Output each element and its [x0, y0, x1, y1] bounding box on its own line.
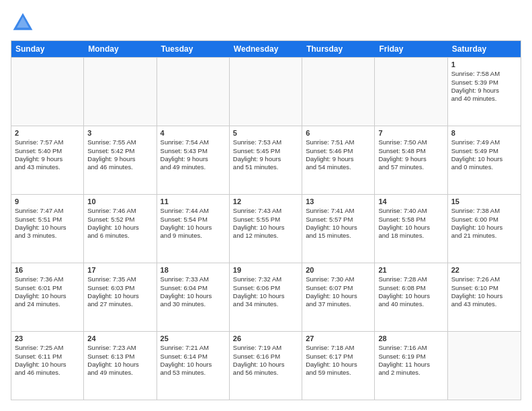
- day-info-line: Sunrise: 7:47 AM: [15, 207, 80, 215]
- day-info-line: Sunrise: 7:54 AM: [161, 138, 226, 146]
- day-cell-3: 3Sunrise: 7:55 AMSunset: 5:42 PMDaylight…: [84, 126, 157, 194]
- day-info-line: Sunrise: 7:26 AM: [451, 275, 517, 283]
- day-cell-12: 12Sunrise: 7:43 AMSunset: 5:55 PMDayligh…: [230, 195, 302, 263]
- day-cell-16: 16Sunrise: 7:36 AMSunset: 6:01 PMDayligh…: [11, 263, 84, 331]
- day-info-line: and 24 minutes.: [15, 300, 80, 308]
- day-info-line: Daylight: 10 hours: [451, 155, 517, 163]
- day-cell-5: 5Sunrise: 7:53 AMSunset: 5:45 PMDaylight…: [230, 126, 302, 194]
- day-info-line: Sunset: 6:11 PM: [15, 353, 80, 361]
- day-number: 25: [161, 334, 226, 343]
- day-info-line: Sunset: 5:57 PM: [306, 216, 371, 224]
- day-info-line: Sunrise: 7:32 AM: [233, 275, 298, 283]
- day-info-line: Sunrise: 7:43 AM: [233, 207, 298, 215]
- day-number: 18: [161, 265, 226, 275]
- day-info-line: Sunset: 6:06 PM: [233, 284, 298, 292]
- day-info-line: Sunset: 6:10 PM: [451, 284, 517, 292]
- day-info-line: Sunrise: 7:36 AM: [15, 275, 80, 283]
- day-info-line: Sunset: 5:49 PM: [451, 147, 517, 155]
- day-info-line: and 40 minutes.: [378, 300, 443, 308]
- day-info-line: and 18 minutes.: [378, 232, 443, 240]
- header-day-monday: Monday: [84, 41, 157, 57]
- day-cell-14: 14Sunrise: 7:40 AMSunset: 5:58 PMDayligh…: [375, 195, 447, 263]
- day-info-line: Sunrise: 7:53 AM: [233, 138, 298, 146]
- day-cell-10: 10Sunrise: 7:46 AMSunset: 5:52 PMDayligh…: [84, 195, 157, 263]
- day-info-line: Sunrise: 7:55 AM: [87, 138, 152, 146]
- day-info-line: and 0 minutes.: [451, 163, 517, 171]
- calendar-row-4: 23Sunrise: 7:25 AMSunset: 6:11 PMDayligh…: [11, 331, 521, 400]
- day-cell-23: 23Sunrise: 7:25 AMSunset: 6:11 PMDayligh…: [11, 332, 84, 400]
- day-info-line: Daylight: 10 hours: [306, 361, 371, 369]
- day-number: 5: [233, 128, 298, 138]
- day-info-line: Sunset: 6:04 PM: [161, 284, 226, 292]
- day-cell-1: 1Sunrise: 7:58 AMSunset: 5:39 PMDaylight…: [448, 58, 521, 126]
- day-info-line: Sunrise: 7:35 AM: [87, 275, 152, 283]
- day-number: 9: [15, 197, 80, 206]
- day-info-line: Sunset: 5:51 PM: [15, 216, 80, 224]
- day-info-line: Daylight: 10 hours: [15, 292, 80, 300]
- day-info-line: Daylight: 10 hours: [15, 224, 80, 232]
- day-info-line: Sunrise: 7:33 AM: [161, 275, 226, 283]
- day-info-line: Sunrise: 7:57 AM: [15, 138, 80, 146]
- day-info-line: and 15 minutes.: [306, 232, 371, 240]
- empty-cell: [157, 58, 230, 126]
- day-number: 7: [378, 128, 443, 138]
- day-cell-7: 7Sunrise: 7:50 AMSunset: 5:48 PMDaylight…: [375, 126, 447, 194]
- day-number: 28: [378, 334, 443, 343]
- day-info-line: Sunrise: 7:40 AM: [378, 207, 443, 215]
- logo: [11, 11, 38, 35]
- empty-cell: [448, 332, 521, 400]
- day-number: 21: [378, 265, 443, 275]
- day-number: 13: [306, 197, 371, 206]
- day-info-line: Daylight: 10 hours: [306, 224, 371, 232]
- day-info-line: and 53 minutes.: [161, 369, 226, 377]
- day-number: 26: [233, 334, 298, 343]
- day-info-line: Sunset: 5:58 PM: [378, 216, 443, 224]
- day-cell-18: 18Sunrise: 7:33 AMSunset: 6:04 PMDayligh…: [157, 263, 230, 331]
- day-info-line: Daylight: 9 hours: [306, 155, 371, 163]
- day-info-line: Daylight: 10 hours: [161, 361, 226, 369]
- day-info-line: Sunset: 6:16 PM: [233, 353, 298, 361]
- day-number: 11: [161, 197, 226, 206]
- day-info-line: Sunrise: 7:19 AM: [233, 344, 298, 352]
- day-info-line: and 2 minutes.: [378, 369, 443, 377]
- day-info-line: and 46 minutes.: [15, 369, 80, 377]
- day-info-line: Sunset: 5:43 PM: [161, 147, 226, 155]
- day-cell-13: 13Sunrise: 7:41 AMSunset: 5:57 PMDayligh…: [302, 195, 375, 263]
- day-number: 2: [15, 128, 80, 138]
- day-info-line: Sunrise: 7:28 AM: [378, 275, 443, 283]
- day-cell-17: 17Sunrise: 7:35 AMSunset: 6:03 PMDayligh…: [84, 263, 157, 331]
- day-info-line: Daylight: 9 hours: [451, 87, 517, 95]
- day-number: 24: [87, 334, 152, 343]
- day-info-line: Sunrise: 7:51 AM: [306, 138, 371, 146]
- day-cell-22: 22Sunrise: 7:26 AMSunset: 6:10 PMDayligh…: [448, 263, 521, 331]
- day-number: 12: [233, 197, 298, 206]
- day-info-line: Daylight: 10 hours: [233, 361, 298, 369]
- day-info-line: and 21 minutes.: [451, 232, 517, 240]
- day-info-line: Daylight: 11 hours: [378, 361, 443, 369]
- day-info-line: Daylight: 9 hours: [15, 155, 80, 163]
- page: SundayMondayTuesdayWednesdayThursdayFrid…: [0, 0, 532, 411]
- empty-cell: [375, 58, 447, 126]
- day-number: 14: [378, 197, 443, 206]
- day-info-line: Sunset: 5:48 PM: [378, 147, 443, 155]
- day-number: 1: [451, 60, 517, 69]
- header-day-wednesday: Wednesday: [230, 41, 302, 57]
- day-info-line: Daylight: 10 hours: [378, 224, 443, 232]
- day-info-line: Daylight: 10 hours: [451, 292, 517, 300]
- day-info-line: Sunrise: 7:44 AM: [161, 207, 226, 215]
- day-info-line: Daylight: 10 hours: [87, 292, 152, 300]
- day-info-line: and 51 minutes.: [233, 163, 298, 171]
- day-number: 27: [306, 334, 371, 343]
- day-number: 15: [451, 197, 517, 206]
- day-info-line: and 27 minutes.: [87, 300, 152, 308]
- day-number: 22: [451, 265, 517, 275]
- day-info-line: Daylight: 10 hours: [233, 224, 298, 232]
- day-info-line: Sunrise: 7:50 AM: [378, 138, 443, 146]
- day-info-line: and 59 minutes.: [306, 369, 371, 377]
- day-cell-25: 25Sunrise: 7:21 AMSunset: 6:14 PMDayligh…: [157, 332, 230, 400]
- day-info-line: Sunset: 6:17 PM: [306, 353, 371, 361]
- empty-cell: [84, 58, 157, 126]
- header-day-sunday: Sunday: [11, 41, 84, 57]
- day-cell-8: 8Sunrise: 7:49 AMSunset: 5:49 PMDaylight…: [448, 126, 521, 194]
- day-number: 19: [233, 265, 298, 275]
